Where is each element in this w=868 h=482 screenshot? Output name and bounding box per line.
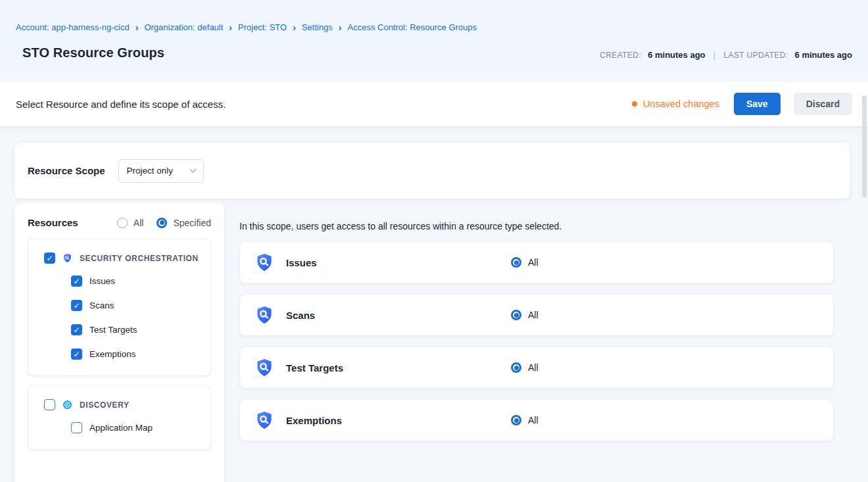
tree-item-label: Test Targets	[89, 325, 137, 335]
sto-shield-icon	[62, 253, 72, 263]
save-button[interactable]: Save	[734, 93, 781, 115]
breadcrumb-resource-groups-link[interactable]: Access Control: Resource Groups	[348, 22, 477, 32]
tree-item-label: Scans	[89, 301, 114, 310]
group-header-discovery[interactable]: DISCOVERY	[37, 394, 201, 416]
discovery-icon	[62, 400, 72, 410]
access-all-label: All	[528, 362, 539, 373]
breadcrumb-settings-link[interactable]: Settings	[302, 22, 333, 32]
access-all-label: All	[528, 415, 539, 425]
last-updated-label: LAST UPDATED:	[723, 51, 788, 60]
checkbox-checked[interactable]	[71, 349, 82, 360]
resource-access-option[interactable]: All	[511, 415, 539, 425]
tree-item-scans[interactable]: Scans	[37, 293, 201, 318]
radio-checked-icon[interactable]	[511, 257, 521, 268]
resource-access-option[interactable]: All	[511, 362, 539, 373]
group-discovery: DISCOVERY Application Map	[28, 385, 211, 450]
group-security-orchestration: SECURITY ORCHESTRATION Issues Scans Test…	[28, 239, 211, 376]
resource-card-exemptions: Exemptions All	[239, 399, 834, 441]
group-label: DISCOVERY	[80, 400, 130, 410]
toolbar-description: Select Resource and define its scope of …	[16, 99, 226, 110]
page-title: STO Resource Groups	[22, 45, 164, 60]
resource-card-name: Exemptions	[286, 415, 511, 426]
action-toolbar: Select Resource and define its scope of …	[0, 82, 868, 126]
sto-shield-icon	[254, 410, 274, 430]
chevron-right-icon: ›	[339, 23, 342, 32]
access-all-label: All	[528, 310, 539, 320]
checkbox-checked[interactable]	[44, 253, 55, 264]
access-all-label: All	[528, 257, 539, 268]
radio-checked-icon[interactable]	[511, 415, 521, 425]
group-header-security-orchestration[interactable]: SECURITY ORCHESTRATION	[37, 247, 201, 269]
tree-item-label: Application Map	[89, 423, 153, 433]
resource-card-name: Scans	[286, 310, 511, 321]
checkbox-checked[interactable]	[71, 276, 82, 287]
resource-card-test-targets: Test Targets All	[239, 347, 834, 389]
scope-description: In this scope, users get access to all r…	[239, 203, 834, 241]
checkbox-unchecked[interactable]	[44, 399, 55, 410]
resources-title: Resources	[28, 217, 78, 228]
breadcrumb: Account: app-harness-ng-cicd › Organizat…	[16, 22, 852, 32]
resource-card-name: Issues	[286, 257, 511, 268]
radio-all-label: All	[133, 218, 144, 228]
tree-item-test-targets[interactable]: Test Targets	[37, 318, 201, 342]
meta-info: CREATED: 6 minutes ago | LAST UPDATED: 6…	[600, 49, 852, 60]
unsaved-changes-indicator: Unsaved changes	[632, 99, 719, 109]
resource-card-issues: Issues All	[239, 241, 834, 283]
last-updated-value: 6 minutes ago	[795, 50, 852, 60]
checkbox-checked[interactable]	[71, 324, 82, 335]
vertical-scrollbar[interactable]	[862, 95, 867, 197]
radio-checked-icon[interactable]	[511, 310, 521, 320]
resources-panel: Resources All Specified SECURITY ORCHEST…	[14, 203, 224, 482]
tree-item-label: Exemptions	[89, 349, 136, 359]
resource-card-scans: Scans All	[239, 294, 834, 336]
resource-scope-select[interactable]: Project only	[118, 159, 204, 183]
resource-scope-card: Resource Scope Project only	[14, 143, 850, 199]
unsaved-dot-icon	[632, 101, 637, 107]
resources-radio-all[interactable]: All	[117, 218, 144, 228]
discard-button[interactable]: Discard	[794, 93, 852, 115]
sto-shield-icon	[254, 358, 274, 377]
tree-item-issues[interactable]: Issues	[37, 269, 201, 293]
radio-checked-icon[interactable]	[157, 218, 167, 228]
created-value: 6 minutes ago	[648, 50, 705, 60]
unsaved-changes-label: Unsaved changes	[643, 99, 719, 109]
resource-card-name: Test Targets	[286, 362, 511, 374]
checkbox-unchecked[interactable]	[71, 422, 82, 433]
tree-item-application-map[interactable]: Application Map	[37, 416, 201, 440]
tree-item-label: Issues	[89, 276, 115, 286]
group-label: SECURITY ORCHESTRATION	[80, 254, 199, 263]
checkbox-checked[interactable]	[71, 300, 82, 311]
resource-access-option[interactable]: All	[511, 310, 539, 320]
breadcrumb-organization-link[interactable]: Organization: default	[144, 22, 223, 32]
resource-access-main: In this scope, users get access to all r…	[239, 203, 834, 452]
breadcrumb-account-link[interactable]: Account: app-harness-ng-cicd	[16, 22, 130, 32]
sto-shield-icon	[254, 253, 274, 272]
radio-checked-icon[interactable]	[511, 362, 521, 373]
sto-shield-icon	[254, 305, 274, 325]
chevron-right-icon: ›	[229, 23, 232, 32]
created-label: CREATED:	[600, 51, 641, 60]
resource-access-option[interactable]: All	[511, 257, 539, 268]
breadcrumb-project-link[interactable]: Project: STO	[238, 22, 287, 32]
chevron-right-icon: ›	[135, 23, 139, 32]
tree-item-exemptions[interactable]: Exemptions	[37, 342, 201, 366]
radio-specified-label: Specified	[173, 218, 211, 228]
radio-unchecked-icon[interactable]	[117, 218, 128, 228]
resource-scope-label: Resource Scope	[28, 165, 105, 176]
resource-scope-selected-value: Project only	[127, 166, 174, 176]
chevron-right-icon: ›	[293, 23, 296, 32]
resources-radio-specified[interactable]: Specified	[157, 218, 211, 228]
meta-divider: |	[712, 49, 717, 60]
chevron-down-icon	[189, 166, 196, 173]
page-header: Account: app-harness-ng-cicd › Organizat…	[0, 0, 868, 74]
